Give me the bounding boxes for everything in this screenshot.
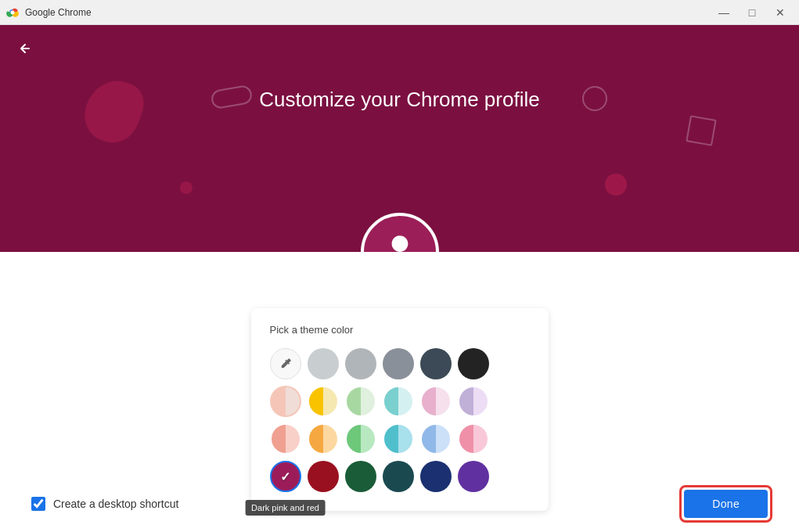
color-swatch-black[interactable] — [458, 348, 489, 379]
title-bar: Google Chrome — □ ✕ — [0, 0, 799, 25]
app-title: Google Chrome — [25, 7, 92, 18]
color-swatch-light-gray2[interactable] — [345, 348, 376, 379]
color-swatch-orange-bicolor[interactable] — [308, 423, 339, 455]
deco-shape-3 — [582, 86, 607, 111]
header-banner: Customize your Chrome profile — [0, 25, 799, 252]
main-content: Customize your Chrome profile Pick a the… — [0, 25, 799, 532]
color-picker-label: Pick a theme color — [270, 324, 530, 336]
color-swatch-light-gray1[interactable] — [308, 348, 339, 379]
done-button[interactable]: Done — [684, 490, 768, 518]
color-swatch-teal-bicolor[interactable] — [383, 386, 414, 417]
color-swatch-peach-bicolor[interactable] — [270, 386, 301, 417]
minimize-button[interactable]: — — [711, 2, 736, 23]
deco-shape-4 — [686, 115, 716, 146]
person-icon — [380, 232, 420, 252]
deco-shape-2 — [77, 72, 149, 149]
color-swatch-pink-bicolor[interactable] — [420, 386, 452, 417]
back-icon — [17, 41, 33, 56]
color-swatch-cyan-bicolor[interactable] — [383, 423, 414, 455]
page-title: Customize your Chrome profile — [259, 88, 539, 112]
color-swatch-mint-bicolor[interactable] — [345, 423, 376, 455]
color-row-2 — [270, 386, 530, 417]
eyedropper-icon — [279, 357, 293, 371]
color-swatch-green-bicolor[interactable] — [345, 386, 376, 417]
deco-shape-5 — [605, 174, 627, 196]
close-button[interactable]: ✕ — [768, 2, 793, 23]
color-swatch-lavender-bicolor[interactable] — [458, 386, 489, 417]
avatar — [361, 213, 439, 252]
desktop-shortcut-label[interactable]: Create a desktop shortcut — [53, 498, 178, 510]
color-swatch-rose-bicolor[interactable] — [458, 423, 489, 455]
color-swatch-blue-bicolor[interactable] — [420, 423, 452, 455]
window-controls: — □ ✕ — [711, 2, 793, 23]
avatar-container — [361, 213, 439, 252]
title-bar-left: Google Chrome — [6, 6, 92, 19]
deco-shape-6 — [180, 182, 193, 194]
chrome-logo-icon — [6, 6, 19, 19]
bottom-area: Create a desktop shortcut Done — [0, 476, 799, 532]
color-row-1 — [270, 348, 530, 379]
color-grid: Dark pink and red — [270, 348, 530, 492]
deco-shape-1 — [210, 84, 253, 110]
svg-point-1 — [11, 10, 15, 14]
back-button[interactable] — [13, 36, 38, 61]
color-row-3 — [270, 423, 530, 455]
checkbox-row: Create a desktop shortcut — [31, 497, 178, 511]
color-swatch-medium-gray[interactable] — [383, 348, 414, 379]
maximize-button[interactable]: □ — [740, 2, 765, 23]
color-swatch-dark-slate[interactable] — [420, 348, 452, 379]
color-swatch-salmon-bicolor[interactable] — [270, 423, 301, 455]
done-button-wrapper: Done — [684, 490, 768, 518]
eyedropper-swatch[interactable] — [270, 348, 301, 379]
tooltip-dark-pink-red: Dark pink and red — [245, 500, 326, 516]
color-swatch-yellow-bicolor[interactable] — [308, 386, 339, 417]
desktop-shortcut-checkbox[interactable] — [31, 497, 45, 511]
